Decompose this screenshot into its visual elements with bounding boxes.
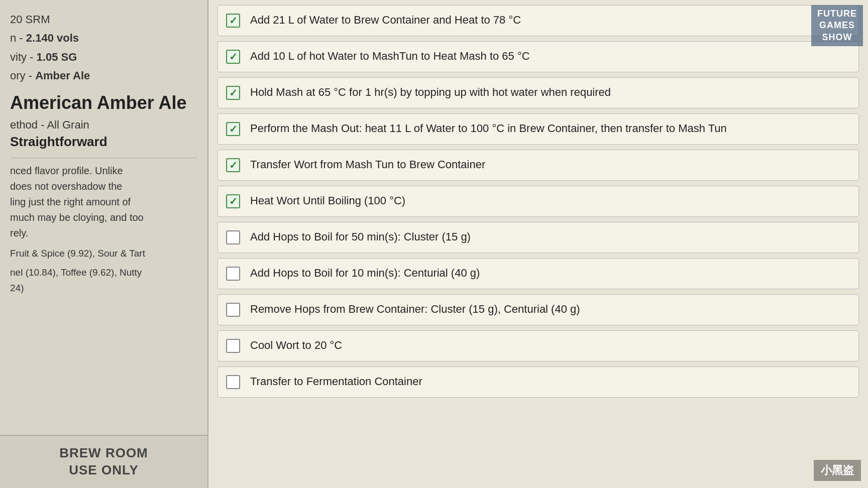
divider-1	[10, 158, 197, 158]
brew-room-footer: BREW ROOM USE ONLY	[0, 435, 207, 488]
checkbox[interactable]: ✓	[226, 50, 240, 64]
footer-line1: BREW ROOM	[59, 445, 148, 460]
footer-line2: USE ONLY	[69, 462, 139, 477]
checkbox[interactable]: ✓	[226, 14, 240, 28]
checkbox[interactable]	[226, 303, 240, 317]
checkmark-icon: ✓	[229, 160, 238, 170]
flavor-section-1: Fruit & Spice (9.92), Sour & Tart	[10, 246, 197, 261]
srm-line: 20 SRM	[10, 10, 197, 29]
checklist-item[interactable]: Remove Hops from Brew Container: Cluster…	[218, 294, 859, 325]
beer-name: American Amber Ale	[10, 92, 197, 113]
checkbox-area: ✓	[226, 193, 245, 209]
carb-label: n -	[10, 32, 23, 44]
carbonation-line: n - 2.140 vols	[10, 29, 197, 47]
style-line: Straightforward	[10, 134, 197, 150]
stats-section: 20 SRM n - 2.140 vols vity - 1.05 SG ory…	[10, 10, 197, 85]
left-panel: 20 SRM n - 2.140 vols vity - 1.05 SG ory…	[0, 0, 208, 488]
checkbox-area: ✓	[226, 13, 245, 29]
checkbox[interactable]: ✓	[226, 158, 240, 172]
checklist-item[interactable]: Cool Wort to 20 °C	[218, 330, 859, 361]
right-panel[interactable]: FUTURE GAMES SHOW ✓Add 21 L of Water to …	[208, 0, 868, 488]
checklist-item[interactable]: ✓Transfer Wort from Mash Tun to Brew Con…	[218, 150, 859, 181]
checkbox[interactable]	[226, 375, 240, 389]
flavor-section-2: nel (10.84), Toffee (9.62), Nutty 24)	[10, 265, 197, 296]
method-label: ethod -	[10, 118, 45, 131]
checkbox[interactable]	[226, 230, 240, 245]
checklist-item-text: Remove Hops from Brew Container: Cluster…	[245, 302, 850, 317]
checkbox[interactable]	[226, 267, 240, 281]
checklist-item[interactable]: Add Hops to Boil for 10 min(s): Centuria…	[218, 258, 859, 289]
checklist-item-text: Cool Wort to 20 °C	[245, 338, 850, 353]
cat-label: ory -	[10, 69, 32, 82]
checkbox-area	[226, 374, 245, 390]
checkmark-icon: ✓	[229, 16, 238, 26]
carb-value: 2.140 vols	[26, 32, 79, 44]
checklist-container: ✓Add 21 L of Water to Brew Container and…	[218, 5, 859, 398]
checklist-item-text: Add Hops to Boil for 50 min(s): Cluster …	[245, 229, 850, 245]
checklist-item[interactable]: ✓Add 21 L of Water to Brew Container and…	[218, 5, 859, 36]
checklist-item-text: Add Hops to Boil for 10 min(s): Centuria…	[245, 266, 850, 281]
checkbox[interactable]: ✓	[226, 122, 240, 136]
gravity-line: vity - 1.05 SG	[10, 48, 197, 66]
checklist-item[interactable]: ✓Add 10 L of hot Water to MashTun to Hea…	[218, 41, 859, 72]
checkmark-icon: ✓	[229, 196, 238, 206]
checkbox-area: ✓	[226, 157, 245, 173]
checklist-item-text: Hold Mash at 65 °C for 1 hr(s) by toppin…	[245, 85, 850, 100]
checklist-item-text: Add 21 L of Water to Brew Container and …	[245, 13, 850, 28]
checkbox-area	[226, 229, 245, 246]
checkmark-icon: ✓	[229, 52, 238, 62]
checkbox-area: ✓	[226, 85, 245, 101]
checklist-item-text: Transfer Wort from Mash Tun to Brew Cont…	[245, 157, 850, 173]
checklist-item-text: Heat Wort Until Boiling (100 °C)	[245, 193, 850, 209]
checklist-item-text: Perform the Mash Out: heat 11 L of Water…	[245, 121, 850, 137]
checklist-item[interactable]: Add Hops to Boil for 50 min(s): Cluster …	[218, 222, 859, 253]
checkmark-icon: ✓	[229, 124, 238, 134]
checklist-item[interactable]: Transfer to Fermentation Container	[218, 367, 859, 398]
checkbox-area	[226, 266, 245, 282]
footer-text: BREW ROOM USE ONLY	[0, 445, 207, 479]
method-line: ethod - All Grain	[10, 115, 197, 134]
checklist-item-text: Add 10 L of hot Water to MashTun to Heat…	[245, 49, 850, 64]
checklist-item[interactable]: ✓Heat Wort Until Boiling (100 °C)	[218, 186, 859, 217]
checkbox[interactable]	[226, 339, 240, 353]
checklist-item[interactable]: ✓Hold Mash at 65 °C for 1 hr(s) by toppi…	[218, 77, 859, 108]
cat-value: Amber Ale	[35, 69, 90, 82]
checkbox[interactable]: ✓	[226, 194, 240, 208]
checklist-item[interactable]: ✓Perform the Mash Out: heat 11 L of Wate…	[218, 113, 859, 145]
checkbox-area: ✓	[226, 121, 245, 137]
checklist-item-text: Transfer to Fermentation Container	[245, 374, 850, 390]
checkbox[interactable]: ✓	[226, 86, 240, 100]
checkbox-area	[226, 338, 245, 354]
checkmark-icon: ✓	[229, 88, 238, 98]
description: nced flavor profile. Unlike does not ove…	[10, 163, 197, 241]
checkbox-area	[226, 302, 245, 318]
srm-value: 20 SRM	[10, 13, 50, 26]
method-value: All Grain	[47, 118, 89, 131]
checkbox-area: ✓	[226, 49, 245, 65]
category-line: ory - Amber Ale	[10, 66, 197, 85]
gravity-value: 1.05 SG	[37, 51, 77, 63]
gravity-label: vity -	[10, 51, 33, 63]
